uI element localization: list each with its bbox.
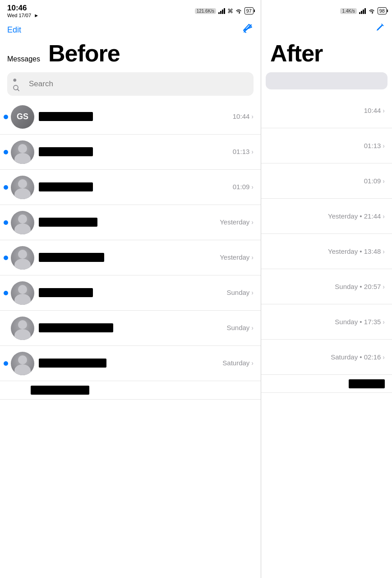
time-text: Sunday • 20:57	[335, 283, 381, 290]
avatar: GS	[11, 105, 34, 129]
message-name-row: Sunday ›	[39, 288, 254, 297]
time-row: 01:09 ›	[268, 177, 385, 185]
left-panel: 10:46 Wed 17/07 ► 121.6K/s ⌘	[0, 0, 261, 578]
status-bar-right: 1.4K/s 98	[261, 0, 392, 20]
chevron-icon: ›	[383, 213, 385, 220]
message-content: Saturday ›	[39, 359, 254, 368]
wifi-icon-left: ⌘	[227, 8, 242, 14]
chevron-icon: ›	[383, 177, 385, 185]
message-item-right[interactable]: 01:13 ›	[261, 128, 392, 163]
name-redacted	[31, 386, 89, 395]
chevron-icon: ›	[383, 354, 385, 361]
message-item[interactable]: Sunday ›	[0, 275, 261, 311]
message-item[interactable]: GS 10:44 ›	[0, 99, 261, 135]
name-redacted	[39, 218, 97, 227]
message-item[interactable]: Yesterday ›	[0, 240, 261, 275]
message-item-right[interactable]: Sunday • 20:57 ›	[261, 269, 392, 304]
speed-badge-left: 121.6K/s	[195, 8, 216, 14]
name-redacted	[39, 147, 93, 156]
time-row: Sunday • 20:57 ›	[268, 283, 385, 290]
search-input[interactable]	[29, 79, 248, 89]
search-bar-container: ●	[0, 70, 261, 99]
message-time: 10:44 ›	[233, 112, 254, 120]
status-icons-left: 121.6K/s ⌘ 97	[195, 7, 254, 14]
page-title: Messages	[7, 55, 40, 63]
chevron-icon: ›	[251, 219, 254, 226]
name-redacted	[39, 288, 93, 297]
battery-right: 98	[378, 7, 387, 14]
message-item[interactable]: Saturday ›	[0, 346, 261, 381]
message-list-left: GS 10:44 › 01:13 ›	[0, 99, 261, 578]
chevron-icon: ›	[383, 318, 385, 326]
time-text: Saturday • 02:16	[331, 353, 381, 361]
message-name-row: 01:13 ›	[39, 147, 254, 156]
message-content: Yesterday ›	[39, 218, 254, 228]
message-item-right[interactable]: Sunday • 17:35 ›	[261, 304, 392, 340]
time-row: Yesterday • 13:48 ›	[268, 247, 385, 255]
edit-button[interactable]: Edit	[7, 25, 21, 35]
after-label: After	[266, 39, 327, 70]
message-content: 01:13 ›	[39, 147, 254, 157]
name-redacted	[39, 112, 93, 121]
nav-bar-right	[261, 20, 392, 40]
date: Wed 17/07 ►	[7, 13, 39, 18]
compose-button-right[interactable]	[373, 23, 385, 37]
chevron-icon: ›	[383, 283, 385, 290]
time-text: Yesterday • 21:44	[328, 212, 381, 220]
unread-dot	[4, 185, 8, 190]
message-item-right[interactable]: Yesterday • 13:48 ›	[261, 234, 392, 269]
search-bar[interactable]: ●	[7, 72, 254, 96]
message-name-row: Yesterday ›	[39, 253, 254, 262]
chevron-icon: ›	[251, 113, 254, 120]
time-block: 10:46 Wed 17/07 ►	[7, 4, 39, 18]
avatar	[11, 246, 34, 270]
compose-button[interactable]	[242, 23, 254, 37]
message-item-right[interactable]: 01:09 ›	[261, 163, 392, 199]
time-text: 10:44	[364, 107, 381, 114]
chevron-icon: ›	[383, 107, 385, 114]
time-text: Sunday • 17:35	[335, 318, 381, 326]
message-item[interactable]: 01:13 ›	[0, 135, 261, 170]
unread-dot	[4, 115, 8, 119]
time-row: Sunday • 17:35 ›	[268, 318, 385, 326]
message-item-right[interactable]: 10:44 ›	[261, 93, 392, 128]
unread-dot	[4, 150, 8, 154]
time-row: 10:44 ›	[268, 107, 385, 114]
time-text: 01:09	[364, 177, 381, 185]
time-row: Yesterday • 21:44 ›	[268, 212, 385, 220]
message-time: Saturday ›	[222, 359, 254, 367]
svg-line-1	[18, 89, 19, 91]
compose-icon	[242, 23, 254, 34]
avatar	[11, 211, 34, 234]
chevron-icon: ›	[251, 183, 254, 191]
message-name-row: Yesterday ›	[39, 218, 254, 227]
search-icon: ●	[13, 76, 25, 92]
message-name-row: 01:09 ›	[39, 182, 254, 191]
unread-dot	[4, 220, 8, 225]
right-panel: 1.4K/s 98	[261, 0, 392, 578]
message-item[interactable]: Sunday ›	[0, 311, 261, 346]
chevron-icon: ›	[251, 324, 254, 331]
title-row: Messages Before	[0, 40, 261, 70]
message-item[interactable]: Yesterday ›	[0, 205, 261, 240]
search-bar-right[interactable]	[266, 72, 387, 89]
avatar	[11, 317, 34, 340]
message-item-right[interactable]: Saturday • 02:16 ›	[261, 340, 392, 375]
battery-left: 97	[244, 7, 254, 14]
time-text: 01:13	[364, 142, 381, 149]
speed-badge-right: 1.4K/s	[340, 8, 356, 14]
after-label-container: After	[261, 40, 392, 70]
name-redacted	[39, 359, 106, 368]
message-item[interactable]: 01:09 ›	[0, 170, 261, 205]
signal-bars-left	[218, 8, 225, 14]
avatar	[11, 352, 34, 375]
message-item-partial	[0, 381, 261, 400]
message-item-right[interactable]: Yesterday • 21:44 ›	[261, 199, 392, 234]
chevron-icon: ›	[251, 359, 254, 367]
status-icons-right: 1.4K/s 98	[340, 7, 387, 14]
message-time: Sunday ›	[226, 289, 254, 296]
message-list-right: 10:44 › 01:13 › 01:09 › Yesterday • 21:4…	[261, 93, 392, 578]
unread-dot	[4, 361, 8, 366]
chevron-icon: ›	[383, 142, 385, 149]
nav-bar-left: Edit	[0, 20, 261, 40]
